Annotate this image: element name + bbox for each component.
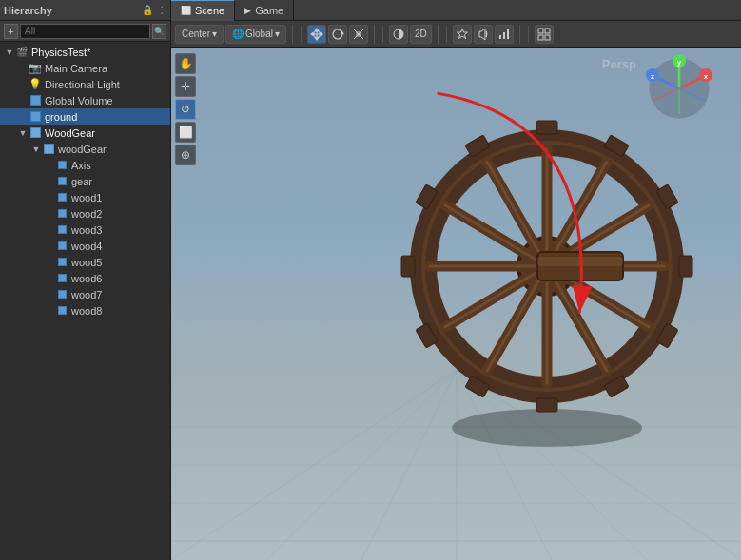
- toolbar-sep4: [528, 26, 529, 43]
- app-container: Hierarchy 🔒 ⋮ + 🔍 ▼ 🎬 PhysicsTest*: [0, 0, 741, 560]
- add-button[interactable]: +: [4, 24, 18, 39]
- hierarchy-header: Hierarchy 🔒 ⋮: [0, 0, 170, 21]
- svg-rect-6: [507, 29, 509, 39]
- more-icon[interactable]: ⋮: [157, 5, 166, 15]
- tab-scene[interactable]: ⬜ Scene: [171, 0, 235, 21]
- perspective-label: Persp: [602, 57, 636, 71]
- no-arrow: [44, 241, 55, 252]
- expand-arrow: ▼: [17, 127, 29, 139]
- stats-button[interactable]: [495, 25, 514, 44]
- dropdown-arrow: ▾: [275, 29, 280, 39]
- rotate-tool[interactable]: [328, 25, 347, 44]
- rect-select-tool[interactable]: ⬜: [175, 122, 196, 143]
- viewport[interactable]: ✋ ✛ ↺ ⬜ ⊕ x: [171, 48, 741, 560]
- tree-item-directional-light[interactable]: 💡 Directional Light: [0, 76, 170, 92]
- scale-tool[interactable]: [349, 25, 368, 44]
- cube-icon: [55, 240, 68, 253]
- translate-tool[interactable]: [307, 25, 326, 44]
- svg-rect-5: [503, 32, 505, 39]
- main-area: Hierarchy 🔒 ⋮ + 🔍 ▼ 🎬 PhysicsTest*: [0, 0, 741, 560]
- search-input[interactable]: [20, 24, 150, 39]
- move-tool-vp[interactable]: ✛: [175, 76, 196, 97]
- wood8-label: wood8: [71, 305, 102, 317]
- 2d-label: 2D: [415, 29, 427, 39]
- cube-icon: [55, 159, 68, 172]
- svg-rect-9: [538, 35, 543, 40]
- wood3-label: wood3: [71, 224, 102, 236]
- svg-rect-4: [499, 35, 501, 39]
- shading-button[interactable]: [389, 25, 408, 44]
- tree-item-woodgear[interactable]: ▼ WoodGear: [0, 125, 170, 141]
- audio-button[interactable]: [474, 25, 493, 44]
- scene-gizmo[interactable]: x y z: [646, 55, 712, 122]
- tree-item-wood3[interactable]: wood3: [0, 222, 170, 238]
- tree-item-wood7[interactable]: wood7: [0, 286, 170, 302]
- tree-item-wood8[interactable]: wood8: [0, 302, 170, 319]
- orbit-tool[interactable]: ↺: [175, 99, 196, 120]
- lock-icon[interactable]: 🔒: [142, 5, 153, 15]
- tree-item-gear[interactable]: gear: [0, 173, 170, 189]
- hierarchy-toolbar: + 🔍: [0, 21, 170, 42]
- center-label: Center: [182, 29, 210, 39]
- center-button[interactable]: Center ▾: [175, 25, 224, 44]
- svg-text:y: y: [677, 58, 682, 67]
- fx-button[interactable]: [453, 25, 472, 44]
- global-volume-label: Global Volume: [45, 95, 113, 106]
- svg-rect-7: [538, 29, 543, 33]
- svg-text:z: z: [651, 72, 654, 81]
- cube-icon: [29, 94, 42, 107]
- tree-item-wood5[interactable]: wood5: [0, 254, 170, 270]
- svg-rect-8: [545, 29, 550, 33]
- tree-item-woodgear-child[interactable]: ▼ woodGear: [0, 141, 170, 157]
- svg-rect-55: [679, 256, 692, 277]
- toolbar-sep3: [446, 26, 447, 43]
- cube-icon: [55, 191, 68, 204]
- global-label: Global: [245, 29, 273, 39]
- tree-item-wood2[interactable]: wood2: [0, 205, 170, 222]
- axis-label: Axis: [71, 160, 91, 171]
- game-tab-label: Game: [255, 5, 283, 16]
- scene-tab-label: Scene: [195, 5, 224, 16]
- tree-item-global-volume[interactable]: Global Volume: [0, 92, 170, 108]
- no-arrow: [44, 208, 55, 220]
- tree-item-ground[interactable]: ground: [0, 108, 170, 125]
- no-arrow: [44, 289, 55, 300]
- cube-icon: [55, 223, 68, 237]
- light-icon: 💡: [29, 78, 42, 91]
- woodgear-label: WoodGear: [45, 127, 95, 139]
- cube-icon: [55, 288, 68, 301]
- layout-button[interactable]: [535, 25, 554, 44]
- svg-rect-58: [536, 398, 557, 412]
- tree-item-main-camera[interactable]: 📷 Main Camera: [0, 60, 170, 76]
- pan-tool[interactable]: ✋: [175, 53, 196, 74]
- search-button[interactable]: 🔍: [152, 24, 166, 39]
- wood6-label: wood6: [71, 273, 102, 284]
- cube-icon: [55, 175, 68, 188]
- camera-icon: 📷: [29, 62, 42, 75]
- expand-arrow: [44, 176, 55, 187]
- hierarchy-title: Hierarchy: [4, 5, 52, 16]
- svg-rect-10: [545, 35, 550, 40]
- tree-item-physicstest[interactable]: ▼ 🎬 PhysicsTest*: [0, 44, 170, 60]
- tab-game[interactable]: ▶ Game: [235, 0, 294, 21]
- wood5-label: wood5: [71, 257, 102, 268]
- cube-icon: [55, 256, 68, 269]
- tree-item-wood1[interactable]: wood1: [0, 189, 170, 205]
- svg-rect-65: [537, 257, 623, 266]
- expand-arrow: [17, 95, 29, 106]
- wood1-label: wood1: [71, 192, 102, 203]
- tree-item-wood4[interactable]: wood4: [0, 238, 170, 254]
- wood7-label: wood7: [71, 289, 102, 300]
- transform-tool-vp[interactable]: ⊕: [175, 145, 196, 165]
- global-button[interactable]: 🌐 Global ▾: [225, 25, 286, 44]
- no-arrow: [44, 224, 55, 236]
- tree-item-wood6[interactable]: wood6: [0, 270, 170, 286]
- cube-icon: [29, 110, 42, 124]
- scene-icon: 🎬: [15, 46, 29, 59]
- 2d-button[interactable]: 2D: [410, 25, 432, 44]
- tree-item-axis[interactable]: Axis: [0, 157, 170, 173]
- ground-label: ground: [45, 111, 77, 123]
- prefab-icon: [29, 126, 42, 140]
- svg-rect-61: [401, 256, 415, 277]
- scene-toolbar: Center ▾ 🌐 Global ▾: [171, 21, 741, 48]
